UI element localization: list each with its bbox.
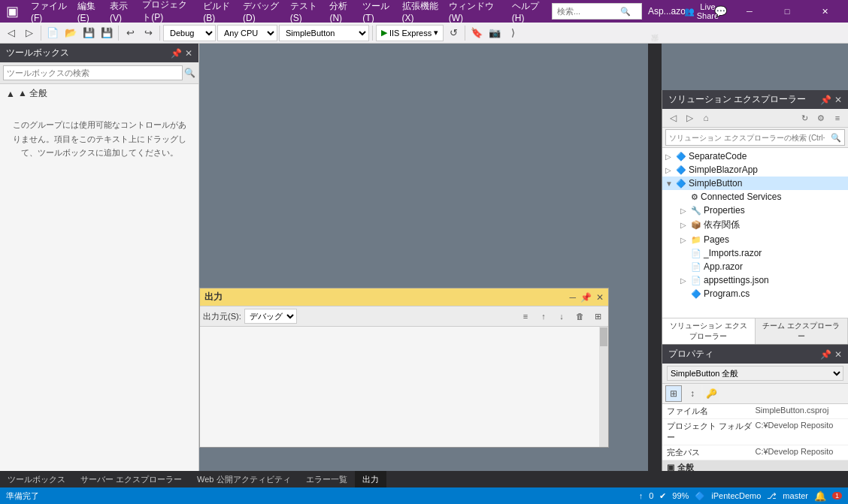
output-close-icon[interactable]: ✕ [596,292,604,303]
menu-build[interactable]: ビルド(B) [198,0,238,23]
props-row-filename: ファイル名 SimpleButton.csproj [662,404,848,419]
up-count: 0 [649,491,653,500]
output-extra-button[interactable]: ⊞ [590,309,605,324]
menu-extensions[interactable]: 拡張機能(X) [398,0,444,23]
sidebar-icon-1[interactable]: 探索 [648,47,662,50]
save-button[interactable]: 💾 [80,25,97,41]
se-options-btn[interactable]: ≡ [830,110,845,125]
props-key-icon-btn[interactable]: 🔑 [703,385,719,402]
tree-item-properties[interactable]: ▷ 🔧 Properties [662,204,848,217]
se-tab-team[interactable]: チーム エクスプローラー [756,318,849,344]
se-close-icon[interactable]: ✕ [834,95,842,105]
minimize-button[interactable]: ─ [732,0,767,23]
close-button[interactable]: ✕ [807,0,842,23]
menu-window[interactable]: ウィンドウ(W) [444,0,500,23]
props-pin-icon[interactable]: 📌 [820,349,831,360]
se-refresh-btn[interactable]: ↻ [797,110,812,125]
output-scroll-up-button[interactable]: ↑ [536,309,551,324]
maximize-button[interactable]: □ [770,0,804,23]
menu-analyze[interactable]: 分析(N) [325,0,358,23]
menu-view[interactable]: 表示(V) [105,0,138,23]
output-source-select[interactable]: デバッグ [244,309,297,324]
tree-item-dependencies[interactable]: ▷ 📦 依存関係 [662,217,848,233]
se-forward-btn[interactable]: ▷ [682,110,697,125]
props-categorized-btn[interactable]: ⊞ [665,385,682,402]
btab-server-explorer[interactable]: サーバー エクスプローラー [73,471,189,487]
pin-icon[interactable]: 📌 [171,48,182,59]
btab-error-list[interactable]: エラー一覧 [298,471,355,487]
btab-toolbox[interactable]: ツールボックス [0,471,73,487]
debug-config-select[interactable]: Debug [163,25,216,41]
output-scrollbar[interactable] [599,327,608,447]
screenshot-button[interactable]: 📷 [486,25,503,41]
new-project-button[interactable]: 📄 [44,25,61,41]
bookmark-button[interactable]: 🔖 [468,25,485,41]
output-pin-icon[interactable]: 📌 [580,292,592,303]
menu-project[interactable]: プロジェクト(P) [138,0,198,24]
tree-label: appsettings.json [704,275,769,285]
undo-button[interactable]: ↩ [122,25,138,41]
project-label: iPentecDemo [711,491,761,500]
forward-button[interactable]: ▷ [21,25,38,41]
toolbox-group-header[interactable]: ▲ ▲ 全般 [6,87,192,100]
menu-tools[interactable]: ツール(T) [358,0,397,23]
search-input[interactable] [557,7,617,16]
save-all-button[interactable]: 💾 [98,25,115,41]
tree-item-appsettings[interactable]: ▷ 📄 appsettings.json [662,273,848,287]
tree-item-simplebutton[interactable]: ▼ 🔷 SimpleButton [662,177,848,190]
tree-item-simpleblazorapp[interactable]: ▷ 🔷 SimpleBlazorApp [662,163,848,177]
output-minimize-icon[interactable]: ─ [569,292,576,303]
output-wrap-button[interactable]: ≡ [518,309,533,324]
feedback-icon[interactable]: 💬 [714,3,728,20]
se-pin-icon[interactable]: 📌 [820,95,831,105]
expand-icon: ▷ [680,221,691,229]
global-search[interactable]: 🔍 [552,3,642,20]
toolbox-empty-message: このグループには使用可能なコントロールがありません。項目をこのテキスト上にドラッ… [6,103,192,175]
vs-logo-icon: ▣ [6,3,19,20]
menu-edit[interactable]: 編集(E) [73,0,105,23]
output-panel: 出力 ─ 📌 ✕ 出力元(S): デバッグ ≡ ↑ ↓ 🗑 ⊞ [199,288,609,448]
extra-button[interactable]: ⟩ [504,25,521,41]
refresh-button[interactable]: ↺ [445,25,462,41]
se-search-input[interactable] [666,130,828,145]
props-object-select[interactable]: SimpleButton 全般 [667,366,843,381]
se-back-btn[interactable]: ◁ [665,110,680,125]
tree-item-separatecode[interactable]: ▷ 🔷 SeparateCode [662,149,848,163]
redo-button[interactable]: ↪ [140,25,156,41]
props-sorted-btn[interactable]: ↕ [684,385,701,402]
toolbox-search-input[interactable] [3,65,183,80]
props-close-icon[interactable]: ✕ [834,349,842,360]
tree-item-pages[interactable]: ▷ 📁 Pages [662,233,848,246]
se-home-btn[interactable]: ⌂ [698,110,713,125]
open-button[interactable]: 📂 [62,25,79,41]
se-search: 🔍 [662,128,848,148]
separator-3 [159,26,160,41]
tree-item-imports-razor[interactable]: 📄 _Imports.razor [662,246,848,260]
play-icon: ▶ [381,28,387,38]
menu-test[interactable]: テスト(S) [286,0,326,23]
output-clear-button[interactable]: 🗑 [572,309,587,324]
scroll-thumb[interactable] [600,327,607,346]
btab-output[interactable]: 出力 [355,471,386,487]
project-select[interactable]: SimpleButton [279,25,369,41]
tree-label: Properties [704,205,745,216]
output-scroll-down-button[interactable]: ↓ [554,309,569,324]
platform-select[interactable]: Any CPU [217,25,277,41]
back-button[interactable]: ◁ [3,25,20,41]
tree-item-program-cs[interactable]: 🔷 Program.cs [662,287,848,300]
iis-express-button[interactable]: ▶ IIS Express ▾ [376,25,444,41]
tree-item-connected-services[interactable]: ⚙ Connected Services [662,190,848,204]
close-toolbox-icon[interactable]: ✕ [185,48,192,59]
menu-debug[interactable]: デバッグ(D) [238,0,286,23]
live-share-button[interactable]: 👥 Live Share [693,3,710,20]
se-settings-btn[interactable]: ⚙ [813,110,828,125]
right-sidebar-icons: 探索 [648,44,662,471]
group-expand-icon: ▲ [6,89,15,99]
btab-web-publish[interactable]: Web 公開アクティビティ [189,471,298,487]
source-label: 出力元(S): [203,311,241,322]
se-tab-solution[interactable]: ソリューション エクスプローラー [662,318,756,344]
toolbox-panel: ツールボックス 📌 ✕ 🔍 ▲ ▲ 全般 このグループには使用可能なコントロール… [0,44,199,471]
tree-item-app-razor[interactable]: 📄 App.razor [662,260,848,273]
menu-help[interactable]: ヘルプ(H) [507,0,547,23]
menu-file[interactable]: ファイル(F) [26,0,73,23]
